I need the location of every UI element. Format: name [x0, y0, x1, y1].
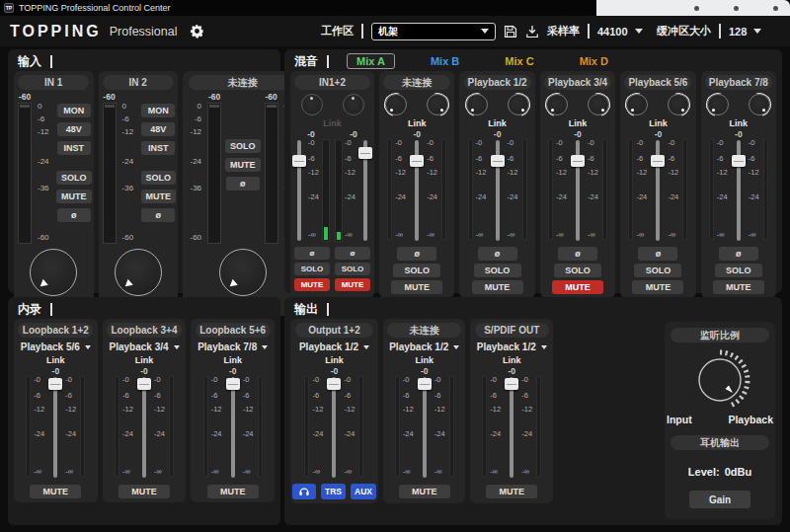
monitor-ratio-knob[interactable] — [688, 348, 751, 412]
mute-button[interactable]: MUTE — [552, 280, 603, 294]
mute-button[interactable]: MUTE — [713, 280, 764, 294]
mute-button[interactable]: MUTE — [399, 485, 450, 498]
solo-button[interactable]: SOLO — [393, 264, 440, 277]
phantom-48v-button[interactable]: 48V — [141, 122, 175, 136]
fader-handle[interactable] — [292, 155, 306, 167]
pan-knob-left[interactable] — [301, 94, 323, 115]
phase-button[interactable]: ø — [478, 247, 517, 261]
pan-knob-right[interactable] — [427, 94, 448, 115]
solo-button[interactable]: SOLO — [634, 264, 681, 277]
instrument-button[interactable]: INST — [57, 141, 91, 155]
fader-handle[interactable] — [505, 378, 518, 390]
solo-button[interactable]: SOLO — [715, 264, 762, 277]
trs-button[interactable]: TRS — [321, 484, 346, 499]
pan-knob-right[interactable] — [343, 94, 364, 115]
stereo-fader[interactable] — [491, 139, 505, 242]
stereo-fader[interactable] — [732, 139, 746, 242]
gain-button[interactable]: Gain — [689, 491, 750, 508]
phase-button[interactable]: ø — [294, 247, 330, 260]
monitor-button[interactable]: MON — [141, 104, 175, 117]
source-select[interactable]: Playback 1/2 — [299, 341, 369, 353]
solo-button[interactable]: SOLO — [474, 264, 521, 277]
stereo-fader[interactable] — [418, 376, 432, 479]
fader-handle[interactable] — [732, 155, 746, 167]
solo-button[interactable]: SOLO — [225, 139, 261, 153]
solo-button[interactable]: SOLO — [335, 263, 370, 275]
pan-knob-left[interactable] — [385, 94, 407, 115]
mute-button[interactable]: MUTE — [118, 485, 170, 498]
pan-knob-right[interactable] — [508, 94, 529, 115]
gain-knob[interactable] — [219, 249, 267, 296]
link-label[interactable]: Link — [488, 118, 507, 129]
fader-left[interactable] — [292, 139, 306, 242]
maximize-button[interactable] — [734, 6, 739, 11]
link-label[interactable]: Link — [415, 355, 434, 366]
buffer-size-select[interactable]: 128 — [729, 26, 780, 38]
mute-button[interactable]: MUTE — [141, 190, 177, 203]
fader-handle[interactable] — [418, 378, 432, 390]
link-label[interactable]: Link — [730, 118, 749, 129]
mute-button[interactable]: MUTE — [30, 485, 81, 498]
phase-button[interactable]: ø — [558, 247, 597, 261]
fader-handle[interactable] — [410, 155, 424, 167]
source-select[interactable]: Playback 1/2 — [477, 341, 547, 353]
gain-knob[interactable] — [30, 249, 77, 296]
phase-button[interactable]: ø — [141, 208, 175, 222]
link-label[interactable]: Link — [503, 355, 521, 366]
fader-handle[interactable] — [651, 155, 665, 167]
solo-button[interactable]: SOLO — [554, 264, 601, 277]
fader-handle[interactable] — [491, 155, 505, 167]
solo-button[interactable]: SOLO — [56, 171, 92, 185]
mute-button[interactable]: MUTE — [207, 485, 259, 498]
phantom-48v-button[interactable]: 48V — [57, 122, 91, 136]
mute-button[interactable]: MUTE — [225, 158, 261, 172]
mute-button[interactable]: MUTE — [632, 280, 683, 294]
pan-knob-left[interactable] — [546, 94, 568, 115]
fader-handle[interactable] — [48, 378, 62, 390]
phase-button[interactable]: ø — [57, 208, 91, 222]
tab-mix-b[interactable]: Mix B — [421, 53, 469, 69]
fader-handle[interactable] — [226, 378, 240, 390]
phase-button[interactable]: ø — [638, 247, 677, 261]
stereo-fader[interactable] — [327, 376, 341, 479]
stereo-fader[interactable] — [226, 376, 240, 479]
mute-button[interactable]: MUTE — [391, 280, 442, 294]
solo-button[interactable]: SOLO — [141, 171, 177, 185]
close-button[interactable] — [773, 6, 778, 11]
stereo-fader[interactable] — [410, 139, 424, 242]
fader-handle[interactable] — [327, 378, 341, 390]
link-label[interactable]: Link — [135, 355, 154, 366]
link-label[interactable]: Link — [223, 355, 242, 366]
aux-button[interactable]: AUX — [351, 484, 376, 499]
phase-button[interactable]: ø — [397, 247, 436, 261]
link-label[interactable]: Link — [408, 118, 427, 129]
save-workspace-button[interactable] — [504, 25, 517, 38]
tab-mix-d[interactable]: Mix D — [570, 53, 618, 69]
pan-knob-right[interactable] — [749, 94, 770, 115]
tab-mix-c[interactable]: Mix C — [495, 53, 543, 69]
gain-knob[interactable] — [115, 249, 162, 296]
stereo-fader[interactable] — [137, 376, 151, 479]
stereo-fader[interactable] — [48, 376, 62, 479]
fader-right[interactable] — [358, 139, 372, 242]
monitor-button[interactable]: MON — [57, 104, 91, 117]
stereo-fader[interactable] — [651, 139, 665, 242]
pan-knob-left[interactable] — [626, 94, 648, 115]
pan-knob-left[interactable] — [707, 94, 729, 115]
link-label[interactable]: Link — [649, 118, 668, 129]
stereo-fader[interactable] — [505, 376, 518, 479]
link-label[interactable]: Link — [46, 355, 65, 366]
phase-button[interactable]: ø — [226, 177, 260, 190]
mute-button[interactable]: MUTE — [486, 485, 537, 498]
source-select[interactable]: Playback 1/2 — [389, 341, 459, 353]
mute-button[interactable]: MUTE — [335, 278, 370, 291]
phase-button[interactable]: ø — [719, 247, 758, 261]
source-select[interactable]: Playback 7/8 — [198, 341, 268, 353]
workspace-select[interactable]: 机架 — [371, 23, 496, 40]
fader-handle[interactable] — [137, 378, 151, 390]
phase-button[interactable]: ø — [335, 247, 370, 260]
instrument-button[interactable]: INST — [141, 141, 175, 155]
link-label[interactable]: Link — [323, 118, 342, 129]
tab-mix-a[interactable]: Mix A — [347, 53, 395, 69]
solo-button[interactable]: SOLO — [294, 263, 330, 275]
